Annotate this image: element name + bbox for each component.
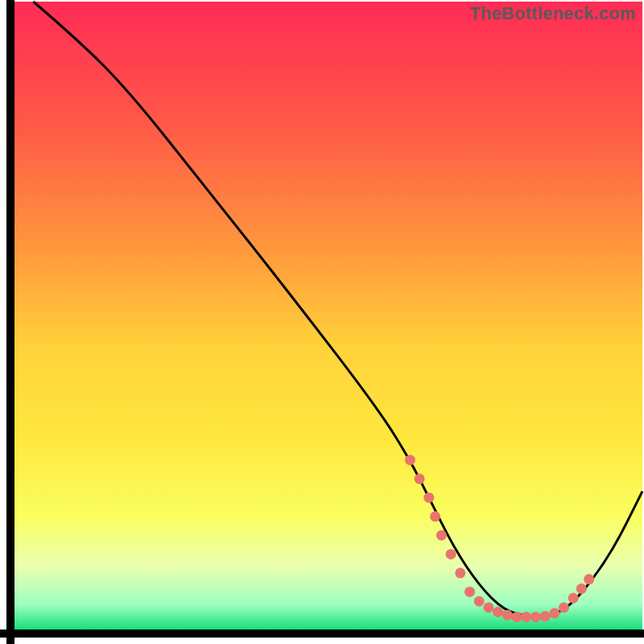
marker-dot [415,473,425,484]
marker-dot [474,596,485,606]
marker-dot [584,574,594,584]
marker-dot [568,593,579,604]
marker-dot [405,455,415,465]
plot-area [14,2,642,630]
marker-dot [423,493,434,503]
marker-dot [430,511,440,522]
marker-dot [483,602,493,613]
marker-dot [512,612,522,622]
plot-background [14,2,642,630]
marker-dot [540,611,551,621]
marker-dot [521,612,531,622]
marker-dot [455,568,465,578]
chart-svg [0,0,644,644]
marker-dot [436,530,447,541]
watermark-text: TheBottleneck.com [470,3,636,24]
marker-dot [464,587,475,597]
marker-dot [549,608,559,618]
marker-dot [559,602,569,613]
marker-dot [502,610,513,621]
chart-container: TheBottleneck.com [0,0,644,644]
marker-dot [446,549,456,559]
marker-dot [493,607,503,617]
marker-dot [576,584,587,594]
marker-dot [530,612,541,622]
